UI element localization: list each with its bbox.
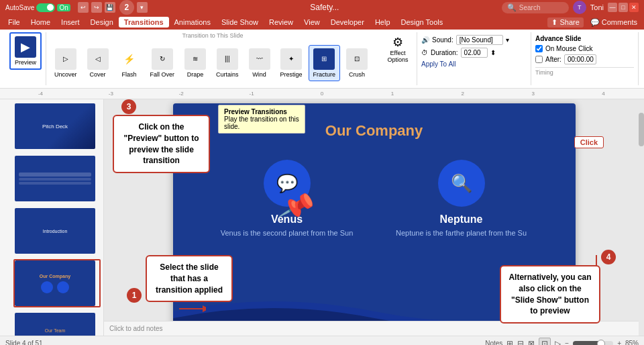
- slide-thumb-inner-2: [13, 154, 101, 203]
- menu-design[interactable]: Design: [85, 17, 119, 28]
- title-bar-left: AutoSave On ↩ ↪ 💾 2 ▾: [5, 0, 148, 15]
- outline-view-icon[interactable]: ⊟: [517, 339, 524, 346]
- menu-review[interactable]: Review: [264, 17, 299, 28]
- preview-tooltip-desc: Play the transition on this slide.: [224, 115, 299, 130]
- zoom-plus[interactable]: +: [617, 340, 621, 345]
- callout-1: Select the slide that has a transition a…: [146, 255, 233, 302]
- scroll-thumb[interactable]: [639, 113, 644, 146]
- search-box[interactable]: 🔍 Search: [502, 2, 569, 13]
- slide-thumb-1[interactable]: 1 Pitch Deck: [3, 102, 101, 150]
- autosave: AutoSave On: [5, 3, 70, 12]
- transition-wind[interactable]: 〰 Wind: [245, 46, 274, 81]
- menu-animations[interactable]: Animations: [169, 17, 216, 28]
- transition-curtains[interactable]: ||| Curtains: [212, 46, 243, 81]
- menu-design-tools[interactable]: Design Tools: [396, 17, 449, 28]
- slide-img-1: Pitch Deck: [15, 103, 95, 149]
- menu-transitions[interactable]: Transitions: [119, 17, 169, 28]
- share-icon: ⬆: [551, 18, 557, 27]
- transition-fracture[interactable]: ⊞ Fracture: [309, 45, 341, 81]
- drape-icon: ≋: [184, 48, 206, 70]
- slide-panel: 1 Pitch Deck 2 3: [0, 99, 104, 336]
- flash-icon: ⚡: [119, 48, 140, 70]
- badge-4: 4: [601, 250, 616, 264]
- menu-file[interactable]: File: [3, 17, 25, 28]
- customize-icon[interactable]: ▾: [137, 2, 148, 13]
- preview-tooltip-title: Preview Transitions: [224, 108, 299, 115]
- zoom-handle[interactable]: [597, 340, 605, 346]
- callout-1-arrow: [179, 302, 206, 315]
- transition-cover[interactable]: ◁ Cover: [83, 46, 113, 81]
- sound-dropdown[interactable]: ▾: [506, 36, 509, 44]
- share-button[interactable]: ⬆ Share: [547, 17, 583, 28]
- flash-label: Flash: [122, 71, 137, 78]
- timing-group: Advance Slide On Mouse Click After: 00:0…: [531, 32, 639, 85]
- autosave-toggle[interactable]: [36, 3, 55, 12]
- menu-view[interactable]: View: [299, 17, 325, 28]
- search-placeholder: Search: [519, 4, 541, 11]
- duration-spinner[interactable]: ⬍: [490, 49, 496, 56]
- transition-prestige[interactable]: ✦ Prestige: [276, 46, 307, 81]
- redo-icon[interactable]: ↪: [91, 2, 102, 13]
- status-bar: Slide 4 of 51 Notes ⊞ ⊟ ⊠ ⊡ ▷ − + 85%: [0, 336, 644, 345]
- menu-insert[interactable]: Insert: [56, 17, 85, 28]
- reading-view-icon[interactable]: ⊡: [539, 338, 551, 346]
- preview-button[interactable]: ▶ Preview: [9, 32, 42, 70]
- slide-img-5: Our Team: [15, 313, 95, 336]
- menu-home[interactable]: Home: [25, 17, 56, 28]
- transition-uncover[interactable]: ▷ Uncover: [50, 46, 81, 81]
- slide-thumb-4[interactable]: 4 Our Company: [3, 259, 101, 307]
- menu-slideshow[interactable]: Slide Show: [216, 17, 264, 28]
- minimize-button[interactable]: —: [608, 3, 617, 12]
- after-checkbox[interactable]: [535, 56, 543, 63]
- ribbon: ▶ Preview Transition to This Slide ▷ Unc…: [0, 30, 644, 89]
- slide-thumb-3[interactable]: 3 Introduction: [3, 207, 101, 255]
- curtains-label: Curtains: [216, 71, 239, 78]
- effect-options-button[interactable]: ⚙ EffectOptions: [383, 32, 413, 66]
- canvas-area: Our Company 📌 💬 Venus Venus is the secon…: [104, 99, 644, 336]
- search-icon: 🔍: [507, 3, 517, 12]
- drape-label: Drape: [187, 71, 204, 78]
- save-icon[interactable]: 💾: [105, 2, 115, 13]
- transition-crush[interactable]: ⊡ Crush: [342, 46, 372, 81]
- callout-4: Alternatively, you can also click on the…: [500, 265, 600, 324]
- vertical-scrollbar[interactable]: [639, 99, 644, 336]
- notes-button[interactable]: Notes: [485, 340, 502, 345]
- mouse-click-checkbox[interactable]: [535, 45, 543, 52]
- transition-drape[interactable]: ≋ Drape: [180, 46, 210, 81]
- menu-help[interactable]: Help: [370, 17, 396, 28]
- slide-info: Slide 4 of 51: [5, 340, 43, 345]
- normal-view-icon[interactable]: ⊞: [506, 339, 513, 346]
- cover-label: Cover: [90, 71, 106, 78]
- duration-value[interactable]: 02.00: [461, 48, 488, 58]
- effect-options-group: ⚙ EffectOptions: [379, 32, 417, 85]
- zoom-slider[interactable]: [573, 341, 613, 346]
- comments-button[interactable]: 💬 Comments: [586, 17, 641, 28]
- apply-all-button[interactable]: Apply To All: [421, 60, 456, 68]
- prestige-label: Prestige: [280, 71, 303, 78]
- slide-thumb-2[interactable]: 2: [3, 154, 101, 203]
- curtains-icon: |||: [217, 48, 238, 70]
- menu-developer[interactable]: Developer: [325, 17, 370, 28]
- fracture-icon: ⊞: [313, 48, 335, 70]
- fallover-icon: ↻: [152, 48, 173, 70]
- after-label: After:: [545, 56, 561, 63]
- preview-icon: ▶: [15, 36, 36, 58]
- undo-icon[interactable]: ↩: [78, 2, 89, 13]
- avatar: T: [573, 1, 586, 14]
- prestige-icon: ✦: [280, 48, 302, 70]
- maximize-button[interactable]: □: [619, 3, 628, 12]
- menu-right: ⬆ Share 💬 Comments: [547, 17, 641, 28]
- transition-fallover[interactable]: ↻ Fall Over: [146, 46, 179, 81]
- autosave-label: AutoSave: [5, 4, 34, 11]
- badge-2: 2: [119, 0, 134, 15]
- slide-sorter-icon[interactable]: ⊠: [528, 339, 535, 346]
- effect-options-icon: ⚙: [392, 35, 403, 50]
- zoom-level: 85%: [625, 340, 639, 345]
- sound-value[interactable]: [No Sound]: [456, 35, 503, 45]
- after-value[interactable]: 00:00.00: [564, 54, 596, 64]
- slide-thumb-5[interactable]: 5 Our Team: [3, 311, 101, 336]
- close-button[interactable]: ✕: [629, 3, 639, 12]
- presentation-view-icon[interactable]: ▷: [555, 339, 561, 346]
- transition-flash[interactable]: ⚡ Flash: [115, 46, 144, 81]
- zoom-minus[interactable]: −: [565, 340, 569, 345]
